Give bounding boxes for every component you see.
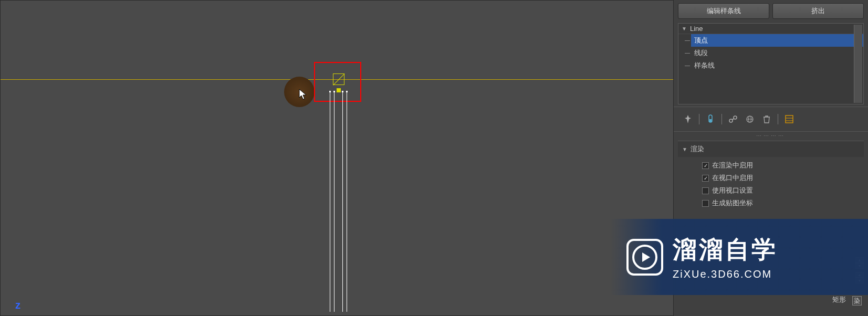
subobject-label: 顶点 [694,36,708,45]
checkbox-icon[interactable] [702,162,709,169]
extrude-button[interactable]: 挤出 [772,3,864,19]
checkbox-icon[interactable] [702,200,709,207]
watermark-url: ZiXUe.3D66.COM [673,268,778,280]
shape-type-label: 矩形 [832,295,846,304]
stack-root-item[interactable]: ▼ Line [678,24,863,34]
spline-edge[interactable] [347,91,347,312]
separator [721,114,722,124]
option-enable-in-render[interactable]: 在渲染中启用 [682,159,860,172]
spline-edge[interactable] [334,91,334,312]
chevron-down-icon: ▼ [682,26,687,31]
option-label: 在渲染中启用 [712,161,753,170]
spline-edge[interactable] [330,91,330,312]
axis-indicator-z: z [15,299,20,311]
svg-rect-7 [786,115,793,123]
pin-icon[interactable] [682,113,694,125]
rollout-title: 渲染 [691,144,704,154]
configure-icon[interactable] [783,113,795,125]
click-highlight-circle [284,77,315,107]
video-watermark: 溜溜自学 ZiXUe.3D66.COM [611,219,868,295]
svg-rect-1 [709,119,712,122]
subobject-spline[interactable]: 样条线 [691,59,863,72]
subobject-label: 样条线 [694,61,715,70]
stack-root-label: Line [690,25,703,33]
watermark-title: 溜溜自学 [673,234,778,266]
modifier-stack[interactable]: ▼ Line 顶点 线段 样条线 [678,23,864,104]
globe-icon[interactable] [744,113,756,125]
chevron-down-icon: ▼ [682,146,687,152]
option-label: 在视口中启用 [712,173,753,183]
viewport-3d[interactable]: z [0,0,674,316]
option-use-viewport-settings[interactable]: 使用视口设置 [682,184,860,197]
subobject-vertex[interactable]: 顶点 [691,34,863,47]
checkbox-icon[interactable] [702,175,709,182]
rollout-header[interactable]: ▼ 渲染 [678,141,864,157]
subobject-segment[interactable]: 线段 [691,47,863,59]
trash-icon[interactable] [761,113,772,125]
separator [778,114,778,124]
spline-edge[interactable] [342,91,343,312]
watermark-logo [626,239,663,276]
option-enable-in-viewport[interactable]: 在视口中启用 [682,172,860,184]
separator [699,114,699,124]
option-generate-mapping-coords[interactable]: 生成贴图坐标 [682,197,860,209]
selected-vertex[interactable] [337,88,341,92]
subobject-label: 线段 [694,48,708,58]
rollout-rendering: ▼ 渲染 在渲染中启用 在视口中启用 使用视口设置 生成贴图坐标 [678,141,864,212]
option-label: 生成贴图坐标 [712,198,753,208]
panel-grip[interactable]: ⋯⋯⋯⋯ [674,132,868,140]
edit-spline-button[interactable]: 编辑样条线 [678,3,769,19]
scrollbar[interactable] [854,25,862,103]
panel-expand-button[interactable]: 染 [852,296,862,306]
test-tube-icon[interactable] [705,113,716,125]
show-end-result-icon[interactable] [727,113,739,125]
checkbox-icon[interactable] [702,187,709,194]
stack-toolbar [674,107,868,132]
option-label: 使用视口设置 [712,186,753,195]
